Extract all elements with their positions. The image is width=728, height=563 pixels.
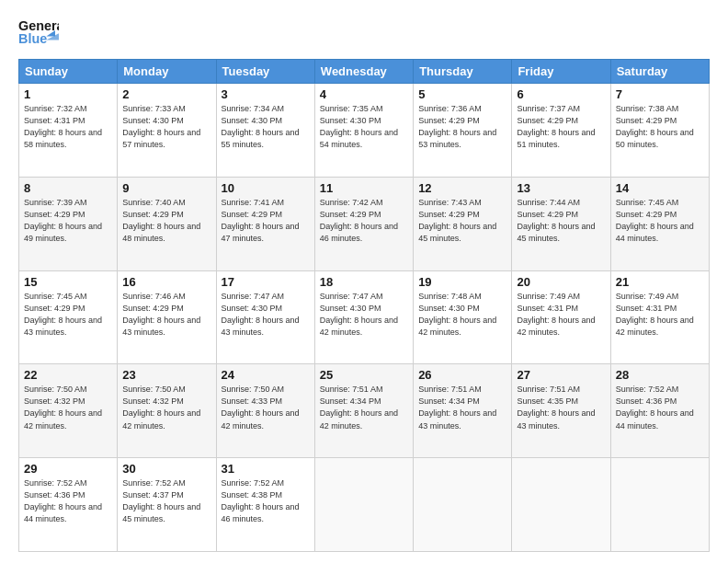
cell-info: Sunrise: 7:43 AM Sunset: 4:29 PM Dayligh… (418, 197, 506, 245)
cell-info: Sunrise: 7:38 AM Sunset: 4:29 PM Dayligh… (616, 103, 704, 151)
cell-info: Sunrise: 7:50 AM Sunset: 4:32 PM Dayligh… (122, 384, 210, 431)
cell-info: Sunrise: 7:42 AM Sunset: 4:29 PM Dayligh… (320, 197, 408, 245)
calendar-cell: 19 Sunrise: 7:48 AM Sunset: 4:30 PM Dayl… (414, 270, 512, 364)
calendar-cell: 11 Sunrise: 7:42 AM Sunset: 4:29 PM Dayl… (314, 177, 413, 270)
day-number: 1 (24, 87, 112, 101)
calendar-cell: 8 Sunrise: 7:39 AM Sunset: 4:29 PM Dayli… (19, 177, 118, 270)
day-number: 2 (122, 87, 210, 101)
cell-info: Sunrise: 7:49 AM Sunset: 4:31 PM Dayligh… (616, 291, 704, 339)
cell-info: Sunrise: 7:51 AM Sunset: 4:34 PM Dayligh… (418, 384, 506, 431)
weekday-header-row: SundayMondayTuesdayWednesdayThursdayFrid… (19, 60, 710, 84)
day-number: 12 (418, 181, 506, 195)
calendar-cell: 15 Sunrise: 7:45 AM Sunset: 4:29 PM Dayl… (19, 270, 118, 364)
cell-info: Sunrise: 7:44 AM Sunset: 4:29 PM Dayligh… (517, 197, 605, 245)
cell-info: Sunrise: 7:47 AM Sunset: 4:30 PM Dayligh… (222, 291, 310, 339)
day-number: 13 (517, 181, 605, 195)
svg-text:Blue: Blue (18, 31, 47, 46)
day-number: 8 (24, 181, 112, 195)
week-row-4: 22 Sunrise: 7:50 AM Sunset: 4:32 PM Dayl… (19, 364, 710, 458)
day-number: 25 (320, 368, 408, 382)
week-row-5: 29 Sunrise: 7:52 AM Sunset: 4:36 PM Dayl… (19, 458, 710, 552)
calendar-cell (314, 458, 413, 552)
cell-info: Sunrise: 7:52 AM Sunset: 4:38 PM Dayligh… (222, 477, 310, 525)
svg-text:General: General (18, 18, 59, 33)
calendar-cell (610, 458, 709, 552)
calendar-cell: 31 Sunrise: 7:52 AM Sunset: 4:38 PM Dayl… (216, 458, 314, 552)
calendar-cell: 23 Sunrise: 7:50 AM Sunset: 4:32 PM Dayl… (118, 364, 216, 458)
day-number: 19 (418, 275, 506, 289)
week-row-3: 15 Sunrise: 7:45 AM Sunset: 4:29 PM Dayl… (19, 270, 710, 364)
calendar-cell: 16 Sunrise: 7:46 AM Sunset: 4:29 PM Dayl… (118, 270, 216, 364)
day-number: 16 (122, 275, 210, 289)
cell-info: Sunrise: 7:50 AM Sunset: 4:33 PM Dayligh… (222, 384, 310, 431)
day-number: 6 (517, 87, 605, 101)
day-number: 4 (320, 87, 408, 101)
day-number: 14 (616, 181, 704, 195)
day-number: 20 (517, 275, 605, 289)
calendar-cell: 7 Sunrise: 7:38 AM Sunset: 4:29 PM Dayli… (610, 84, 709, 178)
day-number: 5 (418, 87, 506, 101)
day-number: 9 (122, 181, 210, 195)
calendar-cell: 18 Sunrise: 7:47 AM Sunset: 4:30 PM Dayl… (314, 270, 413, 364)
cell-info: Sunrise: 7:39 AM Sunset: 4:29 PM Dayligh… (24, 197, 112, 245)
cell-info: Sunrise: 7:51 AM Sunset: 4:35 PM Dayligh… (517, 384, 605, 431)
week-row-2: 8 Sunrise: 7:39 AM Sunset: 4:29 PM Dayli… (19, 177, 710, 270)
day-number: 29 (24, 462, 112, 476)
day-number: 10 (222, 181, 310, 195)
calendar-cell: 9 Sunrise: 7:40 AM Sunset: 4:29 PM Dayli… (118, 177, 216, 270)
calendar-cell: 22 Sunrise: 7:50 AM Sunset: 4:32 PM Dayl… (19, 364, 118, 458)
weekday-header-monday: Monday (118, 60, 216, 84)
cell-info: Sunrise: 7:52 AM Sunset: 4:37 PM Dayligh… (122, 477, 210, 525)
day-number: 7 (616, 87, 704, 101)
day-number: 15 (24, 275, 112, 289)
cell-info: Sunrise: 7:35 AM Sunset: 4:30 PM Dayligh… (320, 103, 408, 151)
calendar-cell: 21 Sunrise: 7:49 AM Sunset: 4:31 PM Dayl… (610, 270, 709, 364)
day-number: 18 (320, 275, 408, 289)
calendar-cell: 20 Sunrise: 7:49 AM Sunset: 4:31 PM Dayl… (512, 270, 610, 364)
cell-info: Sunrise: 7:46 AM Sunset: 4:29 PM Dayligh… (122, 291, 210, 339)
calendar-cell: 26 Sunrise: 7:51 AM Sunset: 4:34 PM Dayl… (414, 364, 512, 458)
weekday-header-saturday: Saturday (610, 60, 709, 84)
weekday-header-sunday: Sunday (19, 60, 118, 84)
calendar-cell: 13 Sunrise: 7:44 AM Sunset: 4:29 PM Dayl… (512, 177, 610, 270)
day-number: 31 (222, 462, 310, 476)
cell-info: Sunrise: 7:40 AM Sunset: 4:29 PM Dayligh… (122, 197, 210, 245)
day-number: 17 (222, 275, 310, 289)
day-number: 22 (24, 368, 112, 382)
cell-info: Sunrise: 7:41 AM Sunset: 4:29 PM Dayligh… (222, 197, 310, 245)
cell-info: Sunrise: 7:47 AM Sunset: 4:30 PM Dayligh… (320, 291, 408, 339)
week-row-1: 1 Sunrise: 7:32 AM Sunset: 4:31 PM Dayli… (19, 84, 710, 178)
cell-info: Sunrise: 7:36 AM Sunset: 4:29 PM Dayligh… (418, 103, 506, 151)
day-number: 27 (517, 368, 605, 382)
calendar-cell: 3 Sunrise: 7:34 AM Sunset: 4:30 PM Dayli… (216, 84, 314, 178)
cell-info: Sunrise: 7:49 AM Sunset: 4:31 PM Dayligh… (517, 291, 605, 339)
weekday-header-wednesday: Wednesday (314, 60, 413, 84)
calendar-cell (512, 458, 610, 552)
calendar-cell: 10 Sunrise: 7:41 AM Sunset: 4:29 PM Dayl… (216, 177, 314, 270)
calendar-cell: 30 Sunrise: 7:52 AM Sunset: 4:37 PM Dayl… (118, 458, 216, 552)
calendar-cell: 25 Sunrise: 7:51 AM Sunset: 4:34 PM Dayl… (314, 364, 413, 458)
day-number: 30 (122, 462, 210, 476)
logo-icon: General Blue (18, 15, 59, 50)
cell-info: Sunrise: 7:50 AM Sunset: 4:32 PM Dayligh… (24, 384, 112, 431)
cell-info: Sunrise: 7:32 AM Sunset: 4:31 PM Dayligh… (24, 103, 112, 151)
day-number: 3 (222, 87, 310, 101)
calendar-cell: 1 Sunrise: 7:32 AM Sunset: 4:31 PM Dayli… (19, 84, 118, 178)
calendar-cell: 27 Sunrise: 7:51 AM Sunset: 4:35 PM Dayl… (512, 364, 610, 458)
cell-info: Sunrise: 7:51 AM Sunset: 4:34 PM Dayligh… (320, 384, 408, 431)
cell-info: Sunrise: 7:52 AM Sunset: 4:36 PM Dayligh… (24, 477, 112, 525)
day-number: 11 (320, 181, 408, 195)
calendar-cell: 24 Sunrise: 7:50 AM Sunset: 4:33 PM Dayl… (216, 364, 314, 458)
calendar-cell (414, 458, 512, 552)
calendar-cell: 4 Sunrise: 7:35 AM Sunset: 4:30 PM Dayli… (314, 84, 413, 178)
cell-info: Sunrise: 7:37 AM Sunset: 4:29 PM Dayligh… (517, 103, 605, 151)
calendar-cell: 14 Sunrise: 7:45 AM Sunset: 4:29 PM Dayl… (610, 177, 709, 270)
cell-info: Sunrise: 7:34 AM Sunset: 4:30 PM Dayligh… (222, 103, 310, 151)
header: General Blue (18, 15, 710, 50)
logo: General Blue (18, 15, 59, 50)
cell-info: Sunrise: 7:45 AM Sunset: 4:29 PM Dayligh… (24, 291, 112, 339)
cell-info: Sunrise: 7:45 AM Sunset: 4:29 PM Dayligh… (616, 197, 704, 245)
calendar-cell: 17 Sunrise: 7:47 AM Sunset: 4:30 PM Dayl… (216, 270, 314, 364)
cell-info: Sunrise: 7:52 AM Sunset: 4:36 PM Dayligh… (616, 384, 704, 431)
day-number: 23 (122, 368, 210, 382)
